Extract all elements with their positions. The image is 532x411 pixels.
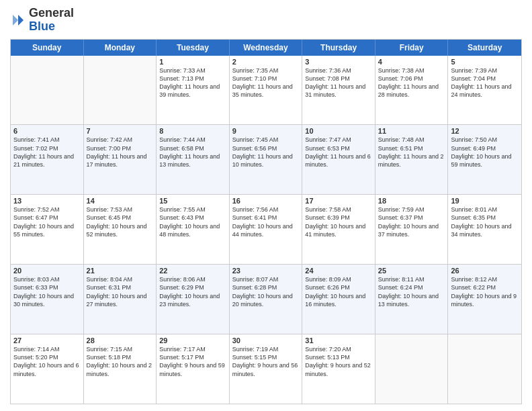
day-number: 20 [13,267,81,275]
day-number: 30 [232,336,300,345]
day-number: 1 [159,58,226,66]
cell-details: Sunrise: 7:20 AM Sunset: 5:13 PM Dayligh… [305,345,372,378]
header-day-wednesday: Wednesday [230,40,303,56]
cal-cell: 25Sunrise: 8:11 AM Sunset: 6:24 PM Dayli… [375,265,449,334]
header-day-thursday: Thursday [302,40,375,56]
cal-cell: 4Sunrise: 7:38 AM Sunset: 7:06 PM Daylig… [375,56,449,125]
cal-cell: 9Sunrise: 7:45 AM Sunset: 6:56 PM Daylig… [230,125,303,194]
cal-cell: 31Sunrise: 7:20 AM Sunset: 5:13 PM Dayli… [302,334,375,404]
cal-cell [84,56,157,125]
logo-general: General [29,6,74,19]
day-number: 2 [232,58,300,66]
cal-cell: 11Sunrise: 7:48 AM Sunset: 6:51 PM Dayli… [375,125,449,194]
day-number: 12 [451,127,519,135]
cal-cell [11,56,84,125]
day-number: 11 [378,127,445,135]
day-number: 14 [87,197,154,205]
cal-cell: 14Sunrise: 7:53 AM Sunset: 6:45 PM Dayli… [84,195,157,264]
cal-cell: 7Sunrise: 7:42 AM Sunset: 7:00 PM Daylig… [84,125,157,194]
calendar-row-3: 20Sunrise: 8:03 AM Sunset: 6:33 PM Dayli… [11,264,521,334]
day-number: 28 [87,336,154,345]
cal-cell: 19Sunrise: 8:01 AM Sunset: 6:35 PM Dayli… [448,195,521,264]
day-number: 16 [232,197,300,205]
day-number: 31 [305,336,372,345]
cal-cell: 24Sunrise: 8:09 AM Sunset: 6:26 PM Dayli… [302,265,375,334]
cell-details: Sunrise: 7:41 AM Sunset: 7:02 PM Dayligh… [13,136,81,169]
page: General Blue SundayMondayTuesdayWednesda… [0,0,532,411]
cell-details: Sunrise: 7:50 AM Sunset: 6:49 PM Dayligh… [451,136,519,169]
cal-cell: 21Sunrise: 8:04 AM Sunset: 6:31 PM Dayli… [84,265,157,334]
cell-details: Sunrise: 7:33 AM Sunset: 7:13 PM Dayligh… [159,66,226,99]
cal-cell: 16Sunrise: 7:56 AM Sunset: 6:41 PM Dayli… [230,195,303,264]
cell-details: Sunrise: 8:03 AM Sunset: 6:33 PM Dayligh… [13,275,81,308]
logo-blue: Blue [29,19,55,33]
day-number: 3 [305,58,372,66]
cell-details: Sunrise: 7:39 AM Sunset: 7:04 PM Dayligh… [451,66,519,99]
calendar-row-4: 27Sunrise: 7:14 AM Sunset: 5:20 PM Dayli… [11,334,521,404]
cal-cell: 22Sunrise: 8:06 AM Sunset: 6:29 PM Dayli… [157,265,230,334]
day-number: 29 [159,336,226,345]
cal-cell: 1Sunrise: 7:33 AM Sunset: 7:13 PM Daylig… [157,56,230,125]
header: General Blue [10,7,522,34]
logo-text: General Blue [29,7,74,34]
cell-details: Sunrise: 8:12 AM Sunset: 6:22 PM Dayligh… [451,275,519,308]
cell-details: Sunrise: 7:42 AM Sunset: 7:00 PM Dayligh… [87,136,154,169]
cell-details: Sunrise: 7:55 AM Sunset: 6:43 PM Dayligh… [159,205,226,238]
cal-cell: 28Sunrise: 7:15 AM Sunset: 5:18 PM Dayli… [84,334,157,404]
cell-details: Sunrise: 8:01 AM Sunset: 6:35 PM Dayligh… [451,205,519,238]
logo-icon [10,12,26,28]
cal-cell: 8Sunrise: 7:44 AM Sunset: 6:58 PM Daylig… [157,125,230,194]
cell-details: Sunrise: 8:07 AM Sunset: 6:28 PM Dayligh… [232,275,300,308]
day-number: 19 [451,197,519,205]
cal-cell: 29Sunrise: 7:17 AM Sunset: 5:17 PM Dayli… [157,334,230,404]
calendar-row-0: 1Sunrise: 7:33 AM Sunset: 7:13 PM Daylig… [11,56,521,125]
day-number: 26 [451,267,519,275]
cell-details: Sunrise: 8:09 AM Sunset: 6:26 PM Dayligh… [305,275,372,308]
day-number: 4 [378,58,445,66]
cal-cell: 13Sunrise: 7:52 AM Sunset: 6:47 PM Dayli… [11,195,84,264]
cell-details: Sunrise: 7:17 AM Sunset: 5:17 PM Dayligh… [159,345,226,378]
cal-cell: 17Sunrise: 7:58 AM Sunset: 6:39 PM Dayli… [302,195,375,264]
cal-cell: 10Sunrise: 7:47 AM Sunset: 6:53 PM Dayli… [302,125,375,194]
day-number: 8 [159,127,226,135]
day-number: 6 [13,127,81,135]
calendar: SundayMondayTuesdayWednesdayThursdayFrid… [10,39,522,404]
calendar-header: SundayMondayTuesdayWednesdayThursdayFrid… [11,40,521,56]
cell-details: Sunrise: 7:45 AM Sunset: 6:56 PM Dayligh… [232,136,300,169]
cell-details: Sunrise: 7:44 AM Sunset: 6:58 PM Dayligh… [159,136,226,169]
header-day-saturday: Saturday [448,40,521,56]
cell-details: Sunrise: 8:11 AM Sunset: 6:24 PM Dayligh… [378,275,445,308]
header-day-tuesday: Tuesday [157,40,230,56]
cell-details: Sunrise: 7:35 AM Sunset: 7:10 PM Dayligh… [232,66,300,99]
cal-cell: 30Sunrise: 7:19 AM Sunset: 5:15 PM Dayli… [230,334,303,404]
logo: General Blue [10,7,74,34]
day-number: 10 [305,127,372,135]
svg-marker-0 [18,15,24,26]
cal-cell: 18Sunrise: 7:59 AM Sunset: 6:37 PM Dayli… [375,195,449,264]
day-number: 7 [87,127,154,135]
cal-cell: 5Sunrise: 7:39 AM Sunset: 7:04 PM Daylig… [448,56,521,125]
cell-details: Sunrise: 7:59 AM Sunset: 6:37 PM Dayligh… [378,205,445,238]
day-number: 22 [159,267,226,275]
header-day-friday: Friday [375,40,449,56]
svg-marker-1 [13,15,18,26]
cell-details: Sunrise: 7:19 AM Sunset: 5:15 PM Dayligh… [232,345,300,378]
day-number: 24 [305,267,372,275]
day-number: 9 [232,127,300,135]
cell-details: Sunrise: 7:53 AM Sunset: 6:45 PM Dayligh… [87,205,154,238]
cal-cell: 23Sunrise: 8:07 AM Sunset: 6:28 PM Dayli… [230,265,303,334]
cell-details: Sunrise: 7:58 AM Sunset: 6:39 PM Dayligh… [305,205,372,238]
cal-cell: 12Sunrise: 7:50 AM Sunset: 6:49 PM Dayli… [448,125,521,194]
header-day-monday: Monday [84,40,157,56]
day-number: 25 [378,267,445,275]
cal-cell: 3Sunrise: 7:36 AM Sunset: 7:08 PM Daylig… [302,56,375,125]
cal-cell: 2Sunrise: 7:35 AM Sunset: 7:10 PM Daylig… [230,56,303,125]
cell-details: Sunrise: 7:48 AM Sunset: 6:51 PM Dayligh… [378,136,445,169]
day-number: 13 [13,197,81,205]
day-number: 5 [451,58,519,66]
cell-details: Sunrise: 7:52 AM Sunset: 6:47 PM Dayligh… [13,205,81,238]
cal-cell [448,334,521,404]
cell-details: Sunrise: 7:38 AM Sunset: 7:06 PM Dayligh… [378,66,445,99]
cell-details: Sunrise: 7:15 AM Sunset: 5:18 PM Dayligh… [87,345,154,378]
day-number: 15 [159,197,226,205]
